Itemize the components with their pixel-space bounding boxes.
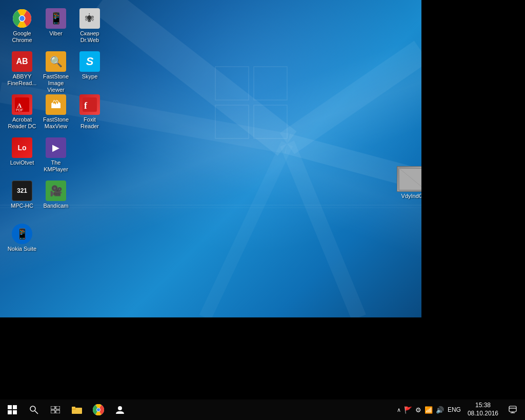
svg-rect-7 — [254, 67, 287, 100]
right-black-panel — [421, 0, 525, 420]
tray-volume-icon[interactable]: 🔊 — [436, 406, 444, 414]
clock-time: 15:38 — [475, 402, 491, 410]
task-view-button[interactable] — [45, 399, 66, 420]
svg-line-0 — [103, 0, 287, 144]
svg-line-2 — [287, 51, 421, 144]
icon-drweb-label: Сканер Dr.Web — [75, 30, 105, 44]
task-view-icon — [51, 406, 60, 413]
taskbar: ∧ 🚩 ⚙ 📶 🔊 ENG 15:38 08.10.2016 — [0, 399, 525, 420]
svg-rect-30 — [56, 410, 60, 413]
icon-nokia-label: Nokia Suite — [8, 246, 36, 252]
taskbar-left — [0, 399, 130, 420]
icon-viber-label: Viber — [49, 30, 62, 37]
icon-faststone-image-viewer[interactable]: 🔍 FastStone Image Viewer — [40, 49, 72, 90]
svg-point-37 — [118, 406, 122, 410]
taskbar-right: ∧ 🚩 ⚙ 📶 🔊 ENG 15:38 08.10.2016 — [397, 402, 525, 418]
icon-faststone-maxview[interactable]: 🏔 FastStone MaxView — [40, 92, 72, 133]
desktop-icons-area: Google Chrome 📱 Viber 🕷 Сканер Dr.Web AB… — [4, 4, 108, 265]
icon-faststone-max-label: FastStone MaxView — [41, 116, 71, 130]
svg-line-5 — [205, 144, 287, 317]
svg-point-15 — [19, 16, 25, 21]
desktop: Google Chrome 📱 Viber 🕷 Сканер Dr.Web AB… — [0, 0, 421, 317]
tray-flag-icon: 🚩 — [404, 406, 412, 414]
svg-rect-27 — [51, 406, 55, 409]
icon-nokia-suite[interactable]: 📱 Nokia Suite — [6, 222, 38, 263]
svg-rect-23 — [399, 169, 422, 190]
icon-skype-label: Skype — [82, 73, 98, 80]
clock-date: 08.10.2016 — [468, 410, 498, 418]
icon-acrobat-reader[interactable]: A PDF Acrobat Reader DC — [6, 92, 38, 133]
icon-vdyindg[interactable]: VdyIndG — [395, 164, 421, 201]
tray-lang-label[interactable]: ENG — [447, 406, 461, 413]
system-tray: ∧ 🚩 ⚙ 📶 🔊 ENG — [397, 406, 461, 414]
icon-kmplayer-label: The KMPlayer — [41, 159, 71, 173]
file-explorer-icon — [72, 406, 82, 414]
svg-point-25 — [30, 406, 35, 411]
tray-network-icon[interactable]: 📶 — [425, 406, 433, 414]
icon-foxit-reader[interactable]: f Foxit Reader — [74, 92, 106, 133]
icon-viber[interactable]: 📱 Viber — [40, 6, 72, 47]
icon-google-chrome[interactable]: Google Chrome — [6, 6, 38, 47]
icon-skype[interactable]: S Skype — [74, 49, 106, 90]
svg-text:f: f — [84, 101, 88, 111]
icon-foxit-label: Foxit Reader — [75, 116, 105, 130]
icon-drweb[interactable]: 🕷 Сканер Dr.Web — [74, 6, 106, 47]
icon-mpc-hc-label: MPC-HC — [11, 203, 33, 209]
notification-button[interactable] — [504, 402, 521, 418]
icon-abbyy-label: ABBYY FineRead... — [7, 73, 37, 87]
icon-bandicam[interactable]: 🎥 Bandicam — [40, 178, 72, 219]
svg-rect-33 — [72, 407, 75, 409]
start-button[interactable] — [2, 399, 23, 420]
svg-line-26 — [35, 411, 38, 414]
svg-rect-28 — [56, 406, 60, 409]
icon-mpc-hc[interactable]: 321 MPC-HC — [6, 178, 38, 219]
search-button[interactable] — [24, 399, 44, 420]
clock-area[interactable]: 15:38 08.10.2016 — [463, 402, 502, 417]
svg-rect-38 — [509, 406, 516, 412]
notification-icon — [509, 406, 517, 414]
icon-loviOtvet[interactable]: Lo LoviOtvet — [6, 135, 38, 176]
icon-acrobat-label: Acrobat Reader DC — [7, 116, 37, 130]
windows-logo-icon — [8, 405, 17, 414]
svg-rect-9 — [254, 105, 287, 138]
svg-point-36 — [97, 408, 100, 411]
svg-rect-6 — [215, 67, 249, 100]
user-icon — [115, 405, 125, 415]
icon-loviOtvet-label: LoviOtvet — [10, 159, 34, 166]
vdyindg-label: VdyIndG — [401, 193, 421, 199]
taskbar-chrome-button[interactable] — [88, 399, 109, 420]
vdyindg-thumbnail — [397, 166, 421, 192]
icon-faststone-viewer-label: FastStone Image Viewer — [41, 73, 71, 94]
tray-chevron[interactable]: ∧ — [397, 407, 401, 413]
svg-rect-8 — [215, 105, 249, 138]
svg-line-4 — [287, 144, 359, 317]
file-explorer-button[interactable] — [67, 399, 87, 420]
taskbar-user-button[interactable] — [110, 399, 130, 420]
icon-kmplayer[interactable]: ▶ The KMPlayer — [40, 135, 72, 176]
svg-text:PDF: PDF — [16, 108, 23, 112]
icon-bandicam-label: Bandicam — [44, 203, 69, 209]
tray-steam-icon[interactable]: ⚙ — [415, 406, 421, 414]
icon-google-chrome-label: Google Chrome — [7, 30, 37, 44]
icon-abbyy[interactable]: AB ABBYY FineRead... — [6, 49, 38, 90]
taskbar-chrome-icon — [93, 404, 104, 415]
search-icon — [29, 405, 38, 414]
svg-rect-29 — [51, 410, 55, 413]
